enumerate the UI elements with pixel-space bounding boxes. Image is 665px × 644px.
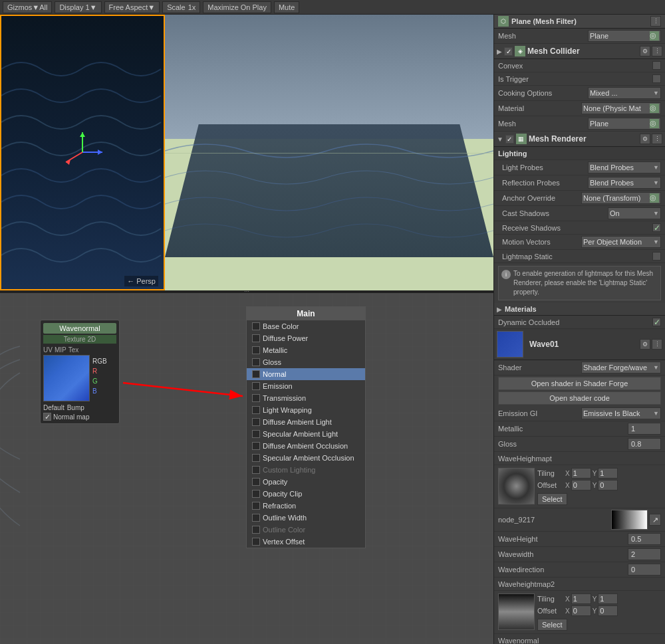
emission-gi-row: Emission GI Emissive Is Black ▼ — [494, 406, 665, 421]
maximize-btn[interactable]: Maximize On Play — [203, 1, 271, 13]
menu-diffuse-ambient-occlusion[interactable]: Diffuse Ambient Occlusion — [247, 440, 365, 452]
collider-mesh-dropdown[interactable]: Plane ◎ — [588, 118, 661, 130]
wave-material-menu-btn[interactable]: ⋮ — [652, 339, 662, 350]
wave-offset-y[interactable] — [598, 480, 618, 490]
wave-heightmap2-tiling-y[interactable] — [598, 593, 618, 604]
convex-checkbox[interactable] — [652, 61, 661, 70]
gizmos-value: All — [39, 3, 47, 11]
aspect-btn[interactable]: Free Aspect ▼ — [104, 1, 160, 13]
menu-diffuse-power[interactable]: Diffuse Power — [247, 332, 365, 344]
menu-base-color[interactable]: Base Color — [247, 320, 365, 332]
menu-specular-ambient-occlusion[interactable]: Specular Ambient Occlusion — [247, 452, 365, 464]
lighting-section-header[interactable]: Lighting — [494, 147, 665, 160]
wave-heightmap-label-row: WaveHeighmapt — [494, 452, 665, 465]
wavenormal-node[interactable]: Wavenormal Texture 2D UV MIP Tex RGB R — [40, 320, 120, 424]
physic-material-row: Material None (Physic Mat ◎ — [494, 101, 665, 116]
motion-vectors-dropdown[interactable]: Per Object Motion ▼ — [581, 236, 661, 248]
metallic-input[interactable] — [628, 423, 661, 435]
wave-heightmap2-tiling-x[interactable] — [571, 593, 591, 604]
anchor-override-dropdown[interactable]: None (Transform) ◎ — [581, 192, 661, 204]
cast-shadows-row: Cast Shadows On ▼ — [494, 206, 665, 221]
normal-map-checkbox[interactable]: ✓ — [43, 413, 51, 421]
dynamic-occluded-checkbox[interactable] — [652, 318, 661, 326]
mute-btn[interactable]: Mute — [274, 1, 299, 13]
wave-offset-x[interactable] — [571, 480, 591, 490]
small-viewport[interactable]: ← Persp — [0, 15, 165, 290]
open-shader-code-btn[interactable]: Open shader code — [498, 391, 661, 405]
wavenormal-label-row: Wavenormal — [494, 634, 665, 644]
cooking-options-dropdown[interactable]: Mixed ... ▼ — [588, 87, 661, 99]
renderer-enabled-checkbox[interactable]: ✓ — [505, 135, 514, 144]
menu-refraction[interactable]: Refraction — [247, 500, 365, 512]
inspector-menu-btn[interactable]: ⋮ — [650, 16, 661, 27]
node-texture-preview[interactable] — [43, 355, 90, 401]
menu-metallic[interactable]: Metallic — [247, 344, 365, 356]
collider-enabled-checkbox[interactable]: ✓ — [504, 47, 513, 56]
wave-select-btn[interactable]: Select — [537, 493, 567, 505]
wave-heightmap2-offset-x[interactable] — [571, 605, 591, 616]
shader-dropdown[interactable]: Shader Forge/wave ▼ — [581, 362, 661, 374]
physic-material-picker[interactable]: ◎ — [650, 104, 659, 113]
collider-mesh-picker[interactable]: ◎ — [650, 119, 659, 128]
wave-height-input[interactable] — [628, 533, 661, 545]
open-shader-forge-btn[interactable]: Open shader in Shader Forge — [498, 377, 661, 390]
collider-settings-btn[interactable]: ⚙ — [640, 46, 650, 56]
reflection-probes-dropdown[interactable]: Blend Probes ▼ — [588, 177, 661, 189]
is-trigger-row: Is Trigger — [494, 72, 665, 86]
menu-opacity[interactable]: Opacity — [247, 476, 365, 488]
menu-light-wrapping[interactable]: Light Wrapping — [247, 404, 365, 416]
wave-heightmap-thumb[interactable] — [498, 468, 535, 504]
light-probes-dropdown[interactable]: Blend Probes ▼ — [588, 161, 661, 173]
svg-line-4 — [66, 152, 82, 162]
wave-direction-input[interactable] — [628, 564, 661, 576]
node-9217-picker[interactable]: ↗ — [649, 514, 661, 526]
menu-outline-width[interactable]: Outline Width — [247, 512, 365, 524]
menu-vertex-offset[interactable]: Vertex Offset — [247, 536, 365, 548]
wave-width-row: Wavewidth — [494, 547, 665, 562]
menu-outline-color: Outline Color — [247, 524, 365, 536]
wave-material-settings-btn[interactable]: ⚙ — [640, 339, 650, 350]
gizmos-btn[interactable]: Gizmos ▼ All — [3, 1, 52, 13]
menu-specular-ambient-light[interactable]: Specular Ambient Light — [247, 428, 365, 440]
menu-gloss[interactable]: Gloss — [247, 356, 365, 368]
mesh-value-dropdown[interactable]: Plane ◎ — [588, 30, 661, 42]
cast-shadows-dropdown[interactable]: On ▼ — [608, 207, 661, 219]
menu-normal[interactable]: Normal — [247, 368, 365, 380]
is-trigger-checkbox[interactable] — [652, 74, 661, 83]
wave-material-header[interactable]: Wave01 ⚙ ⋮ — [494, 329, 665, 360]
shader-graph-area[interactable]: Wavenormal Texture 2D UV MIP Tex RGB R — [0, 293, 493, 644]
cooking-options-row: Cooking Options Mixed ... ▼ — [494, 86, 665, 101]
menu-transmission[interactable]: Transmission — [247, 392, 365, 404]
wave-tiling-y[interactable] — [598, 468, 618, 479]
wave-tiling-x[interactable] — [571, 468, 591, 479]
wave-width-input[interactable] — [628, 548, 661, 560]
mesh-renderer-header[interactable]: ▼ ✓ ▦ Mesh Renderer ⚙ ⋮ — [494, 132, 665, 147]
emission-gi-dropdown[interactable]: Emissive Is Black ▼ — [581, 407, 661, 419]
collider-menu-btn[interactable]: ⋮ — [652, 46, 662, 56]
materials-section-header[interactable]: ▶ Materials — [494, 303, 665, 316]
renderer-menu-btn[interactable]: ⋮ — [652, 134, 662, 144]
wave-heightmap2-select-btn[interactable]: Select — [537, 619, 567, 631]
top-toolbar: Gizmos ▼ All Display 1 ▼ Free Aspect ▼ S… — [0, 0, 665, 15]
wave-heightmap2-offset-y[interactable] — [598, 605, 618, 616]
gloss-input[interactable] — [628, 438, 661, 450]
lightmap-static-checkbox[interactable] — [652, 252, 661, 261]
collider-icon: ◈ — [515, 46, 525, 56]
mesh-picker-icon[interactable]: ◎ — [650, 31, 659, 41]
display1-btn[interactable]: Display 1 ▼ — [55, 1, 101, 13]
menu-emission[interactable]: Emission — [247, 380, 365, 392]
menu-diffuse-ambient-light[interactable]: Diffuse Ambient Light — [247, 416, 365, 428]
renderer-settings-btn[interactable]: ⚙ — [640, 134, 650, 144]
collider-mesh-row: Mesh Plane ◎ — [494, 116, 665, 132]
scale-control[interactable]: Scale 1x — [162, 1, 200, 13]
large-viewport[interactable] — [165, 15, 493, 290]
physic-material-dropdown[interactable]: None (Physic Mat ◎ — [581, 102, 661, 114]
main-panel-menu[interactable]: Main Base Color Diffuse Power Metallic — [246, 306, 366, 548]
receive-shadows-checkbox[interactable] — [652, 223, 661, 232]
wave-direction-row: Wavedirection — [494, 562, 665, 578]
light-probes-row: Light Probes Blend Probes ▼ — [494, 160, 665, 175]
gloss-row: Gloss — [494, 437, 665, 452]
wave-heightmap2-thumb[interactable] — [498, 593, 535, 630]
mesh-collider-header[interactable]: ▶ ✓ ◈ Mesh Collider ⚙ ⋮ — [494, 44, 665, 59]
menu-opacity-clip[interactable]: Opacity Clip — [247, 488, 365, 500]
